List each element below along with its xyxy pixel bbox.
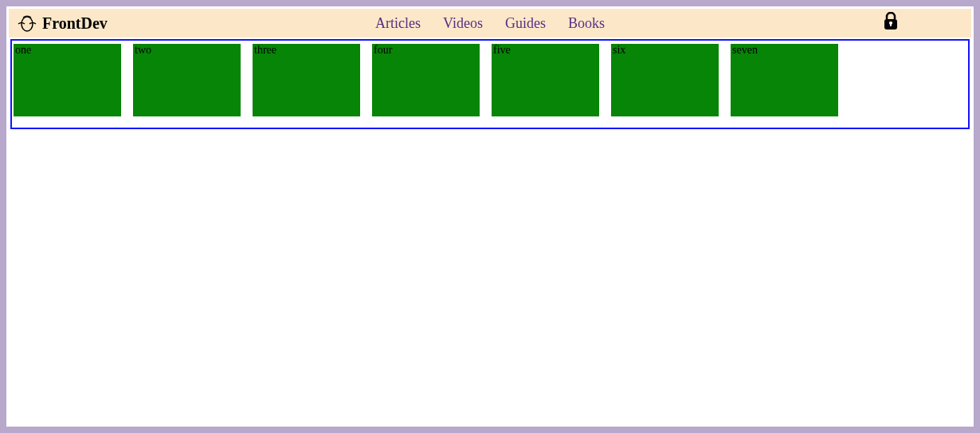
logo-icon [17,13,37,33]
lock-area[interactable]: ? [882,12,900,34]
grid-item: six [611,44,719,116]
grid-item: two [133,44,241,116]
inner-wrapper: FrontDev Articles Videos Guides Books ? [9,9,971,424]
nav-links: Articles Videos Guides Books [375,15,605,32]
nav-link-guides[interactable]: Guides [505,15,546,32]
nav-link-books[interactable]: Books [568,15,605,32]
brand-name: FrontDev [42,14,108,33]
grid-item: five [492,44,599,116]
page-wrapper: FrontDev Articles Videos Guides Books ? [6,6,974,427]
grid-item: one [14,44,121,116]
grid-item: seven [731,44,838,116]
nav-link-articles[interactable]: Articles [375,15,421,32]
logo-area: FrontDev [17,13,108,33]
header: FrontDev Articles Videos Guides Books ? [9,9,971,37]
svg-text:?: ? [889,20,893,27]
lock-icon: ? [882,20,900,33]
svg-point-0 [22,17,33,31]
nav-link-videos[interactable]: Videos [443,15,483,32]
grid-item: four [372,44,480,116]
grid-item: three [253,44,360,116]
grid-container: one two three four five six seven [10,39,970,129]
